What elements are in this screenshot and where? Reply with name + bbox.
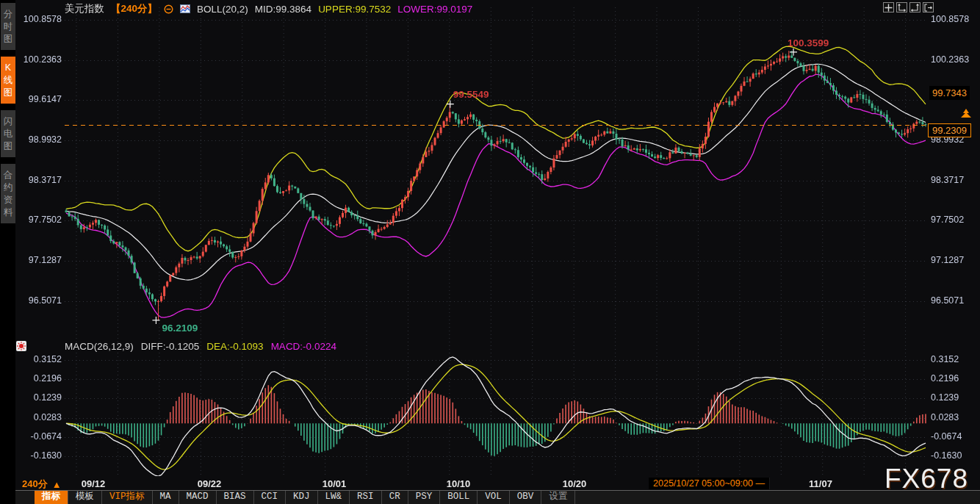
- price-axis-tick-right: 100.2363: [931, 54, 969, 65]
- price-axis-tick-left: 100.2363: [15, 54, 62, 65]
- sidebar-item-char: 图: [4, 140, 13, 152]
- macd-axis-tick-right: -0.1630: [931, 450, 962, 461]
- toolbar-item-psy[interactable]: PSY: [408, 491, 441, 504]
- toolbar-item-indicators[interactable]: 指标: [35, 491, 68, 504]
- chart-header: 美元指数 【240分】 BOLL(20,2) MID:99.3864 UPPER…: [65, 2, 472, 15]
- toolbar-item-vip-indicators[interactable]: VIP指标: [102, 491, 153, 504]
- period-selector-label: 240分: [22, 478, 48, 491]
- macd-header: MACD(26,12,9) DIFF:-0.1205 DEA:-0.1093 M…: [65, 341, 336, 352]
- toolbar-item-rsi[interactable]: RSI: [350, 491, 382, 504]
- toolbar-item-ma[interactable]: MA: [153, 491, 179, 504]
- watermark: FX678: [884, 464, 968, 494]
- x-axis-highlight-range: 2025/10/27 05:00~09:00 —: [649, 478, 769, 489]
- triangle-up-icon: ▲: [52, 479, 62, 490]
- sidebar-item-char: 料: [4, 206, 13, 218]
- toolbar-item-settings[interactable]: 设置: [541, 491, 575, 504]
- price-axis-tick-left: 100.8578: [15, 14, 62, 24]
- indicator-marker-icon[interactable]: [15, 340, 27, 355]
- price-annotation: 99.5549: [453, 89, 489, 100]
- symbol-title: 美元指数: [65, 2, 104, 15]
- x-axis-date: 09/22: [198, 478, 222, 489]
- toolbar-item-bias[interactable]: BIAS: [217, 491, 254, 504]
- pan-icon[interactable]: [883, 2, 894, 12]
- trading-terminal: 分时图K线图闪电图合约资料 美元指数 【240分】 BOLL(20,2) MID…: [0, 0, 980, 504]
- sidebar-item-char: 时: [4, 21, 13, 32]
- sidebar-item-char: 约: [4, 181, 13, 193]
- collapse-icon[interactable]: [164, 4, 173, 14]
- x-axis-zoom-icon[interactable]: [909, 2, 920, 12]
- price-axis-tick-left: 98.3717: [15, 175, 62, 185]
- price-alert-icon[interactable]: [960, 109, 972, 118]
- boll-mid-value: MID:99.3864: [255, 4, 311, 15]
- toolbar-item-vol[interactable]: VOL: [478, 491, 510, 504]
- boll-indicator-label: BOLL(20,2): [197, 4, 248, 15]
- macd-axis-tick-right: 0.0283: [931, 412, 959, 422]
- sidebar-item-char: 资: [4, 194, 13, 206]
- macd-params-label: MACD(26,12,9): [65, 341, 134, 352]
- sidebar-item-char: 图: [4, 87, 13, 98]
- alert-triangle-bottom: [961, 112, 971, 118]
- price-axis-tick-left: 97.1287: [15, 255, 62, 265]
- price-axis-tick-left: 96.5071: [15, 295, 62, 306]
- price-axis-tick-left: 99.6147: [15, 94, 62, 104]
- sidebar-item-char: K: [5, 62, 11, 73]
- toolbar-spacer: [15, 491, 35, 504]
- price-axis-tick-right: 97.1287: [931, 255, 964, 265]
- sidebar-item-lightning-chart[interactable]: 闪电图: [1, 110, 15, 157]
- macd-axis-tick-right: 0.3152: [931, 354, 959, 364]
- sidebar-item-char: 闪: [4, 115, 13, 127]
- price-axis-tick-right: 100.8578: [931, 14, 969, 24]
- macd-axis-tick-left: -0.0674: [15, 431, 62, 442]
- macd-axis-tick-right: 0.1239: [931, 392, 959, 403]
- sidebar-item-char: 线: [4, 74, 13, 86]
- current-price-label: 99.2309: [928, 123, 971, 137]
- sidebar-item-timeshare-chart[interactable]: 分时图: [1, 3, 15, 50]
- toolbar-item-obv[interactable]: OBV: [510, 491, 542, 504]
- toolbar-item-macd[interactable]: MACD: [179, 491, 217, 504]
- chart-style-icon[interactable]: [180, 4, 190, 13]
- price-axis-tick-right: 97.7502: [931, 215, 964, 225]
- macd-diff-value: DIFF:-0.1205: [141, 341, 200, 352]
- price-axis-tick-right: 98.3717: [931, 175, 964, 185]
- sidebar-item-char: 图: [4, 33, 13, 45]
- macd-axis-tick-left: 0.2196: [15, 373, 62, 384]
- indicator-toolbar: 指标模板VIP指标MAMACDBIASCCIKDJLW&RSICRPSYBOLL…: [15, 490, 980, 504]
- macd-bar-value: MACD:-0.0224: [271, 341, 336, 352]
- macd-axis-tick-left: 0.3152: [15, 354, 62, 364]
- toolbar-item-cr[interactable]: CR: [382, 491, 408, 504]
- price-axis-tick-left: 97.7502: [15, 215, 62, 225]
- macd-axis-tick-left: 0.1239: [15, 392, 62, 403]
- sidebar-item-char: 电: [4, 128, 13, 140]
- macd-axis-tick-right: -0.0674: [931, 431, 962, 442]
- toolbar-item-kdj[interactable]: KDJ: [286, 491, 318, 504]
- x-axis-date: 10/10: [447, 478, 471, 489]
- toolbar-item-boll[interactable]: BOLL: [440, 491, 478, 504]
- macd-axis-tick-left: -0.1630: [15, 450, 62, 461]
- period-selector[interactable]: 240分 ▲: [22, 478, 62, 491]
- macd-dea-value: DEA:-0.1093: [206, 341, 263, 352]
- boll-lower-value: LOWER:99.0197: [397, 4, 472, 15]
- price-annotation: 96.2109: [162, 323, 198, 334]
- price-annotation: 100.3599: [788, 37, 829, 48]
- chart-type-sidebar: 分时图K线图闪电图合约资料: [0, 0, 15, 504]
- toolbar-item-templates[interactable]: 模板: [68, 491, 102, 504]
- window-controls: [883, 2, 934, 12]
- price-axis-tick-left: 98.9932: [15, 134, 62, 145]
- toolbar-item-lw[interactable]: LW&: [318, 491, 350, 504]
- x-axis-date: 10/20: [563, 478, 587, 489]
- x-axis-date: 11/07: [809, 478, 832, 489]
- price-axis-tick-right: 96.5071: [931, 295, 964, 306]
- x-axis-date: 09/12: [82, 478, 106, 489]
- boll-upper-value: UPPER:99.7532: [318, 4, 391, 15]
- toolbar-item-cci[interactable]: CCI: [254, 491, 287, 504]
- period-label[interactable]: 【240分】: [111, 2, 157, 15]
- sidebar-item-candlestick-chart[interactable]: K线图: [1, 57, 15, 104]
- y-axis-zoom-icon[interactable]: [896, 2, 907, 12]
- price-chart-canvas[interactable]: [0, 0, 980, 504]
- sidebar-item-char: 分: [4, 8, 13, 20]
- sidebar-item-char: 合: [4, 169, 13, 181]
- x-axis-date: 10/01: [323, 478, 347, 489]
- macd-axis-tick-right: 0.2196: [931, 373, 959, 384]
- restore-view-icon[interactable]: [923, 2, 934, 12]
- sidebar-item-contract-info[interactable]: 合约资料: [1, 164, 15, 223]
